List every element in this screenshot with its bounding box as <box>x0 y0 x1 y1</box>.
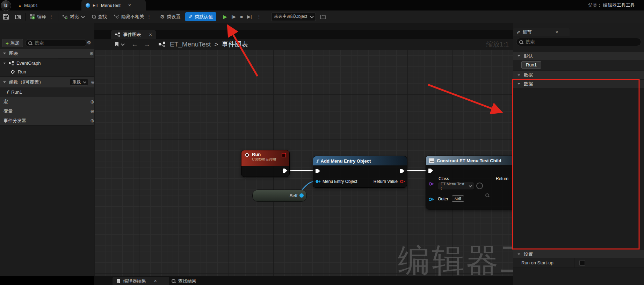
search-icon <box>519 40 523 44</box>
section-data-inner-label: 数据 <box>524 81 533 87</box>
item-eventgraph[interactable]: EventGraph <box>0 59 97 68</box>
blueprint-search-input[interactable]: 搜索 <box>25 39 87 47</box>
tab-find-results[interactable]: 查找结果 <box>168 277 200 285</box>
parent-class-link[interactable]: 编辑器工具工具 <box>603 2 635 8</box>
use-selected-icon[interactable]: ← <box>476 183 483 189</box>
hide-unrelated-options-icon[interactable]: ⋮ <box>146 14 152 19</box>
graph-watermark: 编辑器工具 <box>398 239 513 276</box>
close-icon[interactable]: ✕ <box>128 3 131 8</box>
exec-in-pin[interactable] <box>428 168 433 173</box>
section-settings[interactable]: 设置 <box>513 250 644 258</box>
section-default[interactable]: 默认 <box>513 52 644 60</box>
unreal-logo-icon: u <box>1 0 11 11</box>
compile-options-icon[interactable]: ⋮ <box>48 14 54 19</box>
item-run-event[interactable]: Run <box>0 67 105 77</box>
compile-icon <box>29 14 35 20</box>
close-icon[interactable]: ✕ <box>154 279 157 283</box>
breadcrumb-bar: ← → ET_MenuTest > 事件图表 <box>94 39 513 50</box>
browse-class-icon[interactable] <box>485 193 489 197</box>
section-dispatchers[interactable]: 事件分发器 ⊕ <box>0 116 98 126</box>
add-macro-icon[interactable]: ⊕ <box>90 99 94 105</box>
chevron-down-icon <box>310 14 314 18</box>
compile-button[interactable]: 编译 ⋮ <box>26 10 57 23</box>
tab-compiler-results-label: 编译器结果 <box>123 278 146 284</box>
find-button[interactable]: 查找 <box>89 10 110 23</box>
browse-debug-icon[interactable] <box>320 14 326 19</box>
play-button[interactable]: ▶ <box>223 14 227 20</box>
self-output-pin[interactable] <box>299 193 304 198</box>
node-add-menu-entry-object[interactable]: f Add Menu Entry Object Menu Entry Objec… <box>313 156 407 188</box>
search-icon <box>172 279 175 283</box>
my-blueprint-panel: 我的蓝图 ✕ + 添加 搜索 ⚙ 图表 ⊕ EventGraph Run 函数（… <box>0 23 94 276</box>
tab-event-graph[interactable]: 事件图表 ✕ <box>111 30 156 39</box>
tab-map01[interactable]: ▲ Map01 <box>14 0 42 10</box>
collapse-icon <box>518 83 520 85</box>
node-run-custom-event[interactable]: Run Custom Event <box>241 150 290 177</box>
class-defaults-button[interactable]: ✎ 类默认值 <box>183 10 218 23</box>
section-data-outer-label: 数据 <box>524 72 533 78</box>
details-search-input[interactable]: 搜索 <box>516 38 641 46</box>
run-on-startup-checkbox[interactable] <box>579 260 585 266</box>
override-dropdown[interactable]: 重载 <box>70 79 88 86</box>
tab-compiler-results[interactable]: 编译器结果 ✕ <box>113 277 169 285</box>
class-pin[interactable] <box>428 182 434 186</box>
item-run1-label: Run1 <box>11 90 22 95</box>
add-button[interactable]: + 添加 <box>2 39 23 47</box>
hide-unrelated-button[interactable]: 隐藏不相关 ⋮ <box>110 10 155 23</box>
node-construct-et-menu-test-child[interactable]: Construct ET Menu Test Child Class Retur… <box>426 156 513 209</box>
gear-icon: ⚙ <box>160 14 165 19</box>
save-button[interactable] <box>0 10 12 23</box>
section-macros-label: 宏 <box>3 99 8 105</box>
collapse-icon <box>3 81 6 83</box>
menu-entry-object-pin[interactable] <box>315 179 321 184</box>
exec-out-pin[interactable] <box>282 168 288 173</box>
outer-value-input[interactable]: self <box>452 195 464 202</box>
item-run1[interactable]: f Run1 <box>0 87 101 97</box>
frame-skip-button[interactable]: |▶ <box>231 14 236 19</box>
close-icon[interactable]: ✕ <box>149 33 152 37</box>
add-dispatcher-icon[interactable]: ⊕ <box>90 118 94 123</box>
back-arrow-icon[interactable]: ← <box>131 41 138 48</box>
run1-button[interactable]: Run1 <box>521 61 541 69</box>
collapse-icon <box>3 53 6 55</box>
add-graph-icon[interactable]: ⊕ <box>89 51 94 56</box>
stop-button[interactable]: ■ <box>240 14 243 19</box>
bookmark-icon[interactable] <box>115 42 119 47</box>
return-value-pin[interactable] <box>400 179 405 184</box>
panel-settings-gear-icon[interactable]: ⚙ <box>87 40 91 45</box>
chevron-down-icon <box>469 184 472 187</box>
node-add-title: Add Menu Entry Object <box>321 158 371 164</box>
debug-object-dropdown[interactable]: 未选中调试Object <box>271 13 316 21</box>
section-macros[interactable]: 宏 ⊕ <box>0 97 98 107</box>
eject-button[interactable]: ▶| <box>247 14 252 19</box>
tab-et-menutest[interactable]: ET_MenuTest ✕ <box>81 0 146 10</box>
run-on-startup-label: Run on Start-up <box>521 260 553 265</box>
chevron-down-icon[interactable] <box>121 42 125 46</box>
editor-only-marker-icon <box>282 153 286 157</box>
exec-out-pin[interactable] <box>399 169 405 173</box>
forward-arrow-icon[interactable]: → <box>144 41 150 48</box>
node-self[interactable]: Self <box>252 190 307 202</box>
diff-label: 对比 <box>70 14 79 20</box>
browse-button[interactable] <box>12 10 24 23</box>
section-data-outer[interactable]: 数据 <box>513 71 644 79</box>
class-settings-button[interactable]: ⚙ 类设置 <box>157 10 183 23</box>
collapse-icon <box>3 62 6 64</box>
breadcrumb-root[interactable]: ET_MenuTest <box>170 41 211 48</box>
class-dropdown[interactable]: ET Menu Test ( <box>438 182 474 190</box>
close-icon[interactable]: ✕ <box>555 30 558 35</box>
event-graph-canvas[interactable]: 事件图表 ✕ ← → ET_MenuTest > 事件图表 缩放1:1 编辑器工… <box>94 23 513 276</box>
graph-icon <box>9 61 14 65</box>
outer-pin[interactable] <box>428 197 434 201</box>
section-graphs[interactable]: 图表 ⊕ <box>0 49 97 58</box>
bottom-tab-bar: 编译器结果 ✕ 查找结果 <box>94 276 513 285</box>
diff-button[interactable]: 对比 <box>59 10 87 23</box>
play-options-icon[interactable]: ⋮ <box>256 14 262 19</box>
section-functions[interactable]: 函数（9可覆盖） 重载 ⊕ <box>0 77 97 88</box>
add-variable-icon[interactable]: ⊕ <box>90 108 94 114</box>
section-data-inner[interactable]: 数据 <box>513 80 644 88</box>
tab-find-results-label: 查找结果 <box>178 278 196 284</box>
exec-in-pin[interactable] <box>315 169 320 173</box>
section-variables[interactable]: 变量 ⊕ <box>0 106 98 116</box>
tab-details[interactable]: ✎ 细节 ✕ <box>513 28 570 36</box>
